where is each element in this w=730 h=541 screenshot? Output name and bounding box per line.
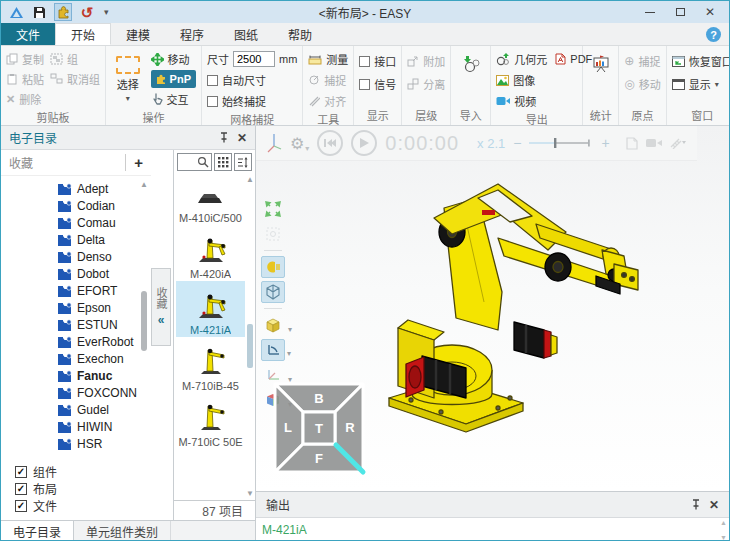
favorites-collapse-tab[interactable]: 收藏 « (151, 268, 171, 346)
export-video-button[interactable]: 视频 (496, 91, 592, 111)
output-pin-icon[interactable] (691, 499, 701, 510)
view-cube-label-front[interactable]: F (315, 451, 323, 466)
brand-item[interactable]: HSR (57, 435, 151, 452)
view-cube-label-back[interactable]: B (314, 391, 323, 406)
brand-item[interactable]: Adept (57, 180, 151, 197)
model-item-selected[interactable]: M-421iA (176, 281, 245, 337)
files-checkbox[interactable]: ✓ (15, 500, 27, 512)
zoom-fit-button[interactable] (261, 198, 285, 220)
layout-checkbox[interactable]: ✓ (15, 483, 27, 495)
origin-move-button[interactable]: ◎移动 (624, 74, 660, 94)
undo-button[interactable]: ↺ (78, 3, 96, 21)
model-item[interactable]: M-410iC/500 (176, 175, 245, 225)
import-geometry-button[interactable] (456, 49, 485, 79)
tab-file[interactable]: 文件 (1, 23, 55, 45)
speed-minus-button[interactable]: − (513, 135, 521, 151)
output-scroll-up-icon[interactable]: ▲ (720, 519, 727, 526)
display-menu-button[interactable]: 显示▾ (672, 74, 730, 94)
brand-item[interactable]: Codian (57, 197, 151, 214)
help-button[interactable]: ? (706, 27, 721, 42)
auto-size-checkbox[interactable] (207, 75, 218, 86)
filter-layout[interactable]: ✓布局 (15, 480, 139, 497)
brand-item[interactable]: Exechon (57, 350, 151, 367)
filter-components[interactable]: ✓组件 (15, 463, 139, 480)
output-close-icon[interactable]: ✕ (709, 498, 719, 512)
select-button[interactable]: 选择 ▾ (111, 49, 145, 109)
view-cube-label-right[interactable]: R (345, 420, 355, 435)
detach-button[interactable]: 分离 (407, 74, 445, 94)
restore-window-button[interactable]: 恢复窗口 (672, 51, 730, 71)
scroll-up-icon[interactable]: ▲ (246, 175, 254, 184)
rewind-button[interactable] (317, 130, 343, 156)
snap-tool-button[interactable]: 捕捉 (308, 70, 348, 90)
brand-item[interactable]: Epson (57, 299, 151, 316)
output-scroll-down-icon[interactable]: ▼ (720, 534, 727, 541)
model-search-input[interactable] (177, 153, 212, 171)
model-item[interactable]: M-420iA (176, 225, 245, 281)
tab-drawing[interactable]: 图纸 (219, 23, 273, 45)
robot-model[interactable] (386, 172, 676, 475)
close-button[interactable]: ✕ (695, 2, 725, 22)
export-image-button[interactable]: 图像 (496, 70, 592, 90)
filter-files[interactable]: ✓文件 (15, 497, 139, 514)
speed-plus-button[interactable]: + (601, 135, 609, 151)
model-item[interactable]: M-710iC 50E (176, 393, 245, 449)
model-item[interactable]: M-710iB-45 (176, 337, 245, 393)
model-scrollbar-thumb[interactable] (247, 324, 253, 368)
always-snap-row[interactable]: 始终捕捉 (207, 91, 297, 111)
brand-item[interactable]: Delta (57, 231, 151, 248)
origin-snap-button[interactable]: ⊕捕捉 (624, 51, 660, 71)
minimize-button[interactable] (635, 2, 665, 22)
brand-item[interactable]: ESTUN (57, 316, 151, 333)
model-scrollbar[interactable]: ▲ ▼ (246, 175, 254, 498)
output-scrollbar[interactable]: ▲ ▼ (720, 519, 727, 541)
brand-item[interactable]: EverRobot (57, 333, 151, 350)
playback-settings-button[interactable]: ⚙▾ (290, 134, 309, 153)
brand-item[interactable]: Dobot (57, 265, 151, 282)
pin-icon[interactable] (219, 132, 229, 143)
view-cube[interactable]: B L T R F (269, 378, 369, 481)
scroll-down-icon[interactable]: ▼ (246, 489, 254, 498)
catalog-close-icon[interactable]: ✕ (237, 131, 247, 145)
add-favorite-button[interactable]: + (125, 154, 143, 171)
sort-button[interactable] (234, 153, 252, 171)
tab-modeling[interactable]: 建模 (111, 23, 165, 45)
tree-scrollbar-thumb[interactable] (141, 291, 147, 351)
components-checkbox[interactable]: ✓ (15, 466, 27, 478)
save-button[interactable] (30, 3, 48, 21)
move-button[interactable]: 移动 (151, 49, 196, 69)
tab-cell-component-category[interactable]: 单元组件类别 (74, 521, 171, 541)
frame-mode-button[interactable]: ▾ (261, 339, 285, 361)
qat-dropdown-icon[interactable]: ▾ (104, 7, 109, 17)
zoom-selected-button[interactable] (261, 223, 285, 245)
measure-tool-gray-icon[interactable] (670, 137, 686, 149)
signal-row[interactable]: 信号 (359, 74, 396, 94)
export-geometry-button[interactable]: 几何元 (496, 49, 547, 69)
statistics-button[interactable] (588, 49, 613, 79)
signal-checkbox[interactable] (359, 79, 370, 90)
tree-scrollbar[interactable]: ▲ (140, 180, 148, 457)
view-cube-label-top[interactable]: T (315, 421, 323, 436)
group-button[interactable]: 组 (50, 49, 100, 69)
size-input[interactable] (233, 51, 275, 67)
brand-item[interactable]: EFORT (57, 282, 151, 299)
brand-item-active[interactable]: Fanuc (57, 367, 151, 384)
view-cube-label-left[interactable]: L (284, 420, 292, 435)
solid-view-button[interactable]: ▾ (261, 314, 285, 336)
interface-row[interactable]: 接口 (359, 51, 396, 71)
brand-item[interactable]: HIWIN (57, 418, 151, 435)
brand-item[interactable]: Gudel (57, 401, 151, 418)
auto-size-row[interactable]: 自动尺寸 (207, 70, 297, 90)
record-video-gray-icon[interactable] (646, 138, 662, 148)
align-button[interactable]: 对齐 (308, 91, 348, 111)
maximize-button[interactable] (665, 2, 695, 22)
viewport-3d[interactable]: ⚙▾ 0:00:00 x 2.1 − + (256, 126, 729, 491)
delete-button[interactable]: ✕删除 (6, 89, 44, 109)
tab-help[interactable]: 帮助 (273, 23, 327, 45)
tab-start[interactable]: 开始 (55, 23, 111, 45)
brand-item[interactable]: FOXCONN (57, 384, 151, 401)
scroll-up-icon[interactable]: ▲ (140, 180, 148, 189)
export-pdf-gray-icon[interactable] (626, 137, 638, 150)
copy-button[interactable]: 复制 (6, 49, 44, 69)
pnp-button[interactable]: PnP (151, 70, 196, 88)
